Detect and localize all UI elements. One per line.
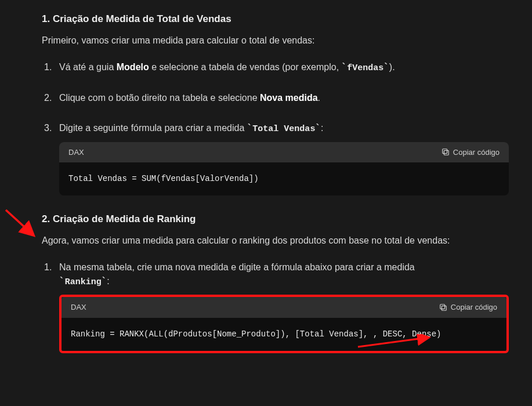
copy-icon	[441, 148, 450, 156]
svg-rect-2	[441, 306, 446, 310]
text: .	[318, 93, 320, 103]
step-1: 1. Na mesma tabela, crie uma nova medida…	[59, 260, 509, 353]
backtick: `	[383, 61, 389, 72]
backtick: `	[342, 61, 348, 72]
step-3: 3. Digite a seguinte fórmula para criar …	[59, 121, 509, 195]
step-number: 3.	[44, 121, 52, 135]
section-1-title: 1. Criação de Medida de Total de Vendas	[42, 12, 509, 27]
step-1: 1. Vá até a guia Modelo e selecione a ta…	[59, 60, 509, 75]
highlighted-code-wrapper: DAX Copiar código Ranking = RANKX(ALL	[59, 295, 509, 353]
copy-code-button[interactable]: Copiar código	[441, 148, 500, 157]
inline-code: Total Vendas	[252, 124, 315, 134]
copy-label: Copiar código	[453, 148, 500, 157]
code-block-1: DAX Copiar código Total Vendas = SUM(fVe…	[59, 142, 509, 196]
code-body: Total Vendas = SUM(fVendas[ValorVenda])	[59, 162, 509, 195]
copy-icon	[439, 303, 447, 311]
code-language-label: DAX	[71, 302, 86, 313]
backtick: `	[247, 122, 253, 133]
step-2: 2. Clique com o botão direito na tabela …	[59, 91, 509, 105]
inline-code: fVendas	[347, 63, 383, 73]
step-number: 1.	[44, 60, 52, 74]
section-1-steps: 1. Vá até a guia Modelo e selecione a ta…	[42, 60, 509, 196]
text: :	[107, 276, 109, 286]
copy-label: Copiar código	[451, 303, 497, 311]
section-2-title: 2. Criação de Medida de Ranking	[42, 212, 509, 227]
text: Clique com o botão direito na tabela e s…	[59, 93, 260, 103]
code-body: Ranking = RANKX(ALL(dProdutos[Nome_Produ…	[61, 318, 506, 351]
text: ).	[389, 62, 395, 72]
section-2-steps: 1. Na mesma tabela, crie uma nova medida…	[42, 260, 509, 353]
code-block-2: DAX Copiar código Ranking = RANKX(ALL	[61, 297, 506, 351]
document-content: 1. Criação de Medida de Total de Vendas …	[0, 0, 532, 353]
code-header: DAX Copiar código	[59, 142, 509, 163]
backtick: `	[59, 276, 65, 287]
step-number: 1.	[44, 260, 52, 274]
backtick: `	[102, 276, 107, 287]
text: Digite a seguinte fórmula para criar a m…	[59, 123, 247, 133]
svg-rect-1	[443, 149, 447, 154]
section-1-intro: Primeiro, vamos criar uma medida para ca…	[42, 34, 509, 48]
copy-code-button[interactable]: Copiar código	[439, 303, 497, 311]
inline-code: Ranking	[65, 277, 102, 287]
text: Vá até a guia	[59, 62, 117, 72]
bold-text: Nova medida	[260, 93, 318, 103]
text: e selecione a tabela de vendas (por exem…	[149, 62, 342, 72]
section-2-number: 2.	[42, 213, 50, 224]
svg-rect-0	[444, 151, 448, 155]
text: Na mesma tabela, crie uma nova medida e …	[59, 262, 415, 272]
backtick: `	[315, 122, 321, 133]
svg-rect-3	[440, 304, 445, 309]
step-number: 2.	[44, 91, 52, 105]
section-1-number: 1.	[42, 13, 50, 24]
code-header: DAX Copiar código	[61, 297, 506, 318]
code-language-label: DAX	[68, 147, 84, 158]
section-1-title-text: Criação de Medida de Total de Vendas	[53, 13, 231, 24]
section-2-intro: Agora, vamos criar uma medida para calcu…	[42, 234, 509, 248]
bold-text: Modelo	[117, 62, 149, 72]
section-2-title-text: Criação de Medida de Ranking	[53, 213, 196, 224]
text: :	[321, 123, 323, 133]
